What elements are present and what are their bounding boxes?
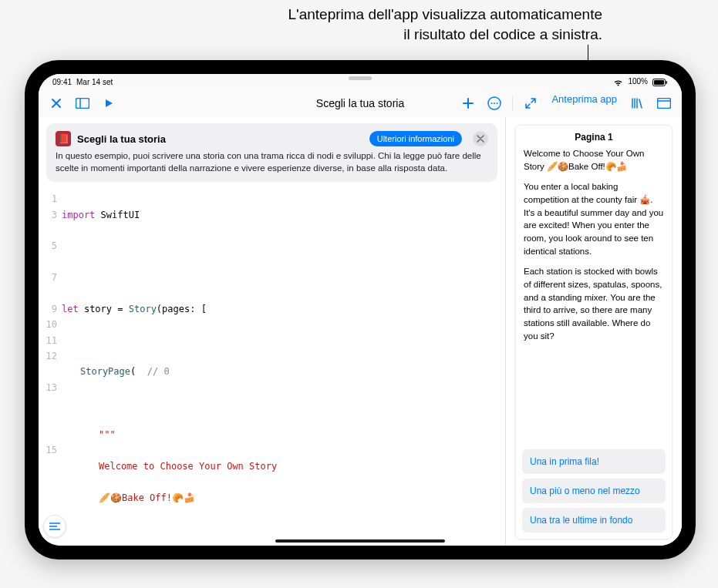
editor-pane: 📕 Scegli la tua storia Ulteriori informa… [39,117,506,546]
preview-paragraph: Each station is stocked with bowls of di… [524,265,664,342]
sidebar-toggle-button[interactable] [72,93,93,113]
format-button[interactable] [43,515,66,538]
choice-button[interactable]: Una tra le ultime in fondo [522,508,666,533]
add-button[interactable] [458,93,478,113]
toolbar-divider [512,96,513,110]
preview-paragraph: Welcome to Choose Your Own Story 🥖🍪Bake … [524,147,664,173]
svg-point-8 [497,102,498,104]
expand-preview-button[interactable] [521,93,541,113]
notch-dots [349,76,372,80]
window-button[interactable] [654,93,674,113]
library-button[interactable] [628,93,648,113]
code-editor[interactable]: 1 3 5 7 9 10 11 12 13 [39,188,505,546]
screen: 09:41 Mar 14 set 100% [39,74,682,546]
preview-body: Welcome to Choose Your Own Story 🥖🍪Bake … [516,147,672,446]
status-date: Mar 14 set [76,78,113,86]
preview-card: Pagina 1 Welcome to Choose Your Own Stor… [515,125,672,539]
battery-icon [652,77,668,86]
annotation-text: L'anteprima dell'app visualizza automati… [116,5,602,44]
story-icon: 📕 [56,131,71,146]
content-split: 📕 Scegli la tua storia Ulteriori informa… [39,117,682,546]
info-card-title: Scegli la tua storia [77,133,363,145]
preview-page-title: Pagina 1 [516,126,672,147]
home-indicator [275,539,445,543]
wifi-icon [613,77,623,86]
run-button[interactable] [99,93,119,113]
svg-point-6 [491,102,493,104]
svg-rect-2 [666,81,668,84]
learn-more-button[interactable]: Ulteriori informazioni [369,131,462,146]
status-time: 09:41 [52,78,72,86]
choice-button[interactable]: Una in prima fila! [522,449,666,474]
svg-rect-1 [654,80,664,85]
preview-title-label: Anteprima app [551,93,617,113]
info-card: 📕 Scegli la tua storia Ulteriori informa… [46,123,497,182]
close-info-button[interactable] [473,131,488,146]
preview-paragraph: You enter a local baking competition at … [524,180,664,257]
preview-choices: Una in prima fila! Una più o meno nel me… [516,446,672,539]
choice-button[interactable]: Una più o meno nel mezzo [522,479,666,503]
info-card-body: In questo esempio, puoi scrivere una sto… [56,150,488,174]
svg-rect-3 [76,99,89,109]
more-button[interactable] [484,93,504,113]
line-gutter: 1 3 5 7 9 10 11 12 13 [39,188,62,546]
toolbar: Scegli la tua storia Anteprima app [39,89,682,117]
svg-rect-9 [658,99,671,109]
ipad-frame: 09:41 Mar 14 set 100% [25,60,696,559]
battery-percent: 100% [628,77,648,86]
svg-point-7 [494,102,495,104]
preview-pane: Pagina 1 Welcome to Choose Your Own Stor… [506,117,682,546]
close-button[interactable] [46,93,66,113]
code-text[interactable]: import SwiftUI let story = Story(pages: … [62,188,505,546]
